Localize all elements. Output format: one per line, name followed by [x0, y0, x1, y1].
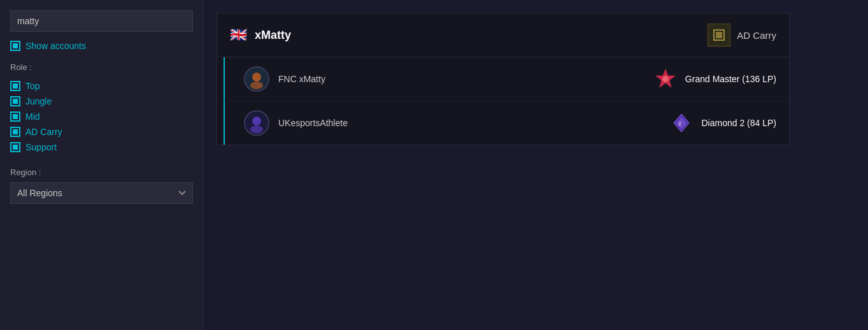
role-label-mid: Mid — [25, 111, 40, 122]
svg-text:2: 2 — [678, 121, 681, 127]
role-label-adcarry: AD Carry — [25, 127, 62, 137]
rank-name-uk: Diamond 2 (84 LP) — [701, 118, 776, 128]
role-badge-icon — [708, 24, 730, 47]
rank-name-fnc: Grand Master (136 LP) — [685, 74, 776, 84]
role-item-adcarry[interactable]: AD Carry — [10, 124, 193, 140]
role-section-label: Role : — [10, 62, 193, 72]
player-role-text: AD Carry — [737, 30, 776, 41]
svg-point-8 — [252, 117, 261, 126]
player-header: 🇬🇧 xMatty AD Carry — [217, 13, 789, 57]
avatar-uk — [244, 110, 269, 136]
grandmaster-icon — [653, 67, 678, 91]
search-input[interactable] — [10, 10, 193, 32]
rank-text-fnc: Grand Master (136 LP) — [685, 74, 776, 84]
account-name-uk: UKesportsAthlete — [278, 118, 348, 128]
player-name: xMatty — [255, 29, 291, 42]
role-item-top[interactable]: Top — [10, 78, 193, 94]
role-label-top: Top — [25, 81, 40, 91]
player-flag: 🇬🇧 — [230, 27, 247, 43]
show-accounts-icon — [10, 41, 20, 51]
sidebar: Show accounts Role : Top Jungle Mid AD C… — [0, 0, 204, 330]
avatar-fnc-svg — [245, 68, 268, 90]
main-content: 🇬🇧 xMatty AD Carry — [204, 0, 868, 330]
account-row-fnc: FNC xMatty Grand Master (136 LP) — [224, 57, 789, 101]
accounts-list: FNC xMatty Grand Master (136 LP) — [217, 57, 789, 145]
player-card: 🇬🇧 xMatty AD Carry — [217, 13, 790, 145]
role-label-jungle: Jungle — [25, 96, 52, 106]
svg-rect-1 — [716, 32, 722, 38]
account-right-fnc: Grand Master (136 LP) — [653, 67, 776, 91]
diamond-icon: 2 — [669, 111, 694, 135]
account-right-uk: 2 Diamond 2 (84 LP) — [669, 111, 776, 135]
show-accounts-button[interactable]: Show accounts — [10, 41, 86, 51]
role-checkbox-mid — [10, 111, 20, 122]
role-list: Top Jungle Mid AD Carry Support — [10, 78, 193, 155]
player-name-section: 🇬🇧 xMatty — [230, 27, 291, 43]
svg-point-3 — [252, 73, 261, 82]
role-checkbox-top — [10, 81, 20, 91]
role-item-support[interactable]: Support — [10, 140, 193, 155]
avatar-uk-svg — [245, 111, 268, 134]
player-role-section: AD Carry — [708, 24, 776, 47]
svg-point-9 — [250, 126, 263, 133]
show-accounts-label: Show accounts — [25, 41, 86, 51]
adcarry-role-svg — [713, 29, 725, 41]
role-label-support: Support — [25, 142, 57, 152]
role-checkbox-support — [10, 142, 20, 152]
svg-point-6 — [662, 76, 669, 82]
region-section-label: Region : — [10, 168, 193, 177]
role-item-jungle[interactable]: Jungle — [10, 94, 193, 109]
role-checkbox-adcarry — [10, 127, 20, 137]
role-item-mid[interactable]: Mid — [10, 109, 193, 124]
account-left-uk: UKesportsAthlete — [244, 110, 348, 136]
account-left-fnc: FNC xMatty — [244, 66, 325, 92]
account-name-fnc: FNC xMatty — [278, 74, 325, 84]
svg-point-4 — [250, 82, 263, 89]
avatar-fnc — [244, 66, 269, 92]
region-select[interactable]: All Regions EUW EUNE NA KR — [10, 182, 193, 204]
role-checkbox-jungle — [10, 96, 20, 106]
rank-text-uk: Diamond 2 (84 LP) — [701, 118, 776, 128]
account-row-uk: UKesportsAthlete 2 Diamond 2 (84 LP) — [224, 101, 789, 145]
